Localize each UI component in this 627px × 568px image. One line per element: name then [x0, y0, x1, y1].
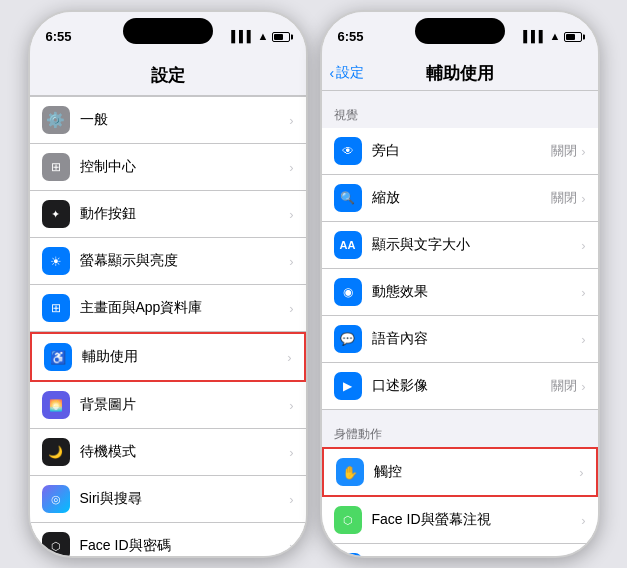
- right-item-display-text[interactable]: AA 顯示與文字大小 ›: [322, 222, 598, 269]
- siri-icon: ◎: [42, 485, 70, 513]
- display-label: 螢幕顯示與亮度: [80, 252, 290, 270]
- audiodesc-label: 口述影像: [372, 377, 552, 395]
- spoken-label: 語音內容: [372, 330, 582, 348]
- faceid-screen-label: Face ID與螢幕注視: [372, 511, 582, 529]
- faceid-screen-chevron: ›: [581, 513, 585, 528]
- voiceover-toggle: 關閉: [551, 142, 577, 160]
- settings-item-display[interactable]: ☀ 螢幕顯示與亮度 ›: [30, 238, 306, 285]
- standby-label: 待機模式: [80, 443, 290, 461]
- right-time: 6:55: [338, 29, 364, 44]
- right-status-bar: 6:55 ▌▌▌ ▲: [322, 12, 598, 60]
- settings-item-general[interactable]: ⚙️ 一般 ›: [30, 96, 306, 144]
- body-section-label: 身體動作: [334, 427, 382, 441]
- right-item-zoom[interactable]: 🔍 縮放 關閉 ›: [322, 175, 598, 222]
- general-icon: ⚙️: [42, 106, 70, 134]
- right-signal-icon: ▌▌▌: [523, 30, 546, 42]
- right-item-switch-control[interactable]: ⧉ 切換控制 關閉 ›: [322, 544, 598, 556]
- spoken-icon: 💬: [334, 325, 362, 353]
- voiceover-chevron: ›: [581, 144, 585, 159]
- back-chevron-icon: ‹: [330, 65, 335, 81]
- display-text-label: 顯示與文字大小: [372, 236, 582, 254]
- right-item-audiodesc[interactable]: ▶ 口述影像 關閉 ›: [322, 363, 598, 410]
- standby-chevron: ›: [289, 445, 293, 460]
- settings-item-accessibility[interactable]: ♿ 輔助使用 ›: [30, 332, 306, 382]
- wallpaper-icon: 🌅: [42, 391, 70, 419]
- settings-item-control[interactable]: ⊞ 控制中心 ›: [30, 144, 306, 191]
- right-item-voiceover[interactable]: 👁 旁白 關閉 ›: [322, 128, 598, 175]
- settings-item-home[interactable]: ⊞ 主畫面與App資料庫 ›: [30, 285, 306, 332]
- accessibility-icon: ♿: [44, 343, 72, 371]
- vision-section-label: 視覺: [334, 108, 358, 122]
- right-battery-icon: [564, 30, 582, 42]
- wallpaper-chevron: ›: [289, 398, 293, 413]
- battery-icon: [272, 30, 290, 42]
- home-chevron: ›: [289, 301, 293, 316]
- accessibility-label: 輔助使用: [82, 348, 288, 366]
- motion-chevron: ›: [581, 285, 585, 300]
- display-text-icon: AA: [334, 231, 362, 259]
- settings-group-main: ⚙️ 一般 › ⊞ 控制中心 › ✦ 動作按鈕 › ☀ 螢幕顯示與亮度 ›: [30, 96, 306, 556]
- signal-icon: ▌▌▌: [231, 30, 254, 42]
- zoom-toggle: 關閉: [551, 189, 577, 207]
- right-battery-shape: [564, 32, 582, 42]
- settings-item-wallpaper[interactable]: 🌅 背景圖片 ›: [30, 382, 306, 429]
- siri-chevron: ›: [289, 492, 293, 507]
- faceid-screen-icon: ⬡: [334, 506, 362, 534]
- standby-icon: 🌙: [42, 438, 70, 466]
- switch-control-icon: ⧉: [334, 553, 362, 556]
- action-icon: ✦: [42, 200, 70, 228]
- right-item-touch[interactable]: ✋ 觸控 ›: [322, 447, 598, 497]
- left-notch: [123, 18, 213, 44]
- wifi-icon: ▲: [258, 30, 269, 42]
- action-chevron: ›: [289, 207, 293, 222]
- right-status-icons: ▌▌▌ ▲: [523, 30, 581, 42]
- control-label: 控制中心: [80, 158, 290, 176]
- left-phone: 6:55 ▌▌▌ ▲ 設定 ⚙️ 一般 › ⊞ 控制中心 ›: [28, 10, 308, 558]
- general-chevron: ›: [289, 113, 293, 128]
- audiodesc-chevron: ›: [581, 379, 585, 394]
- motion-icon: ◉: [334, 278, 362, 306]
- motion-label: 動態效果: [372, 283, 582, 301]
- touch-chevron: ›: [579, 465, 583, 480]
- zoom-label: 縮放: [372, 189, 552, 207]
- right-item-motion[interactable]: ◉ 動態效果 ›: [322, 269, 598, 316]
- left-time: 6:55: [46, 29, 72, 44]
- vision-section-header: 視覺: [322, 91, 598, 128]
- wallpaper-label: 背景圖片: [80, 396, 290, 414]
- voiceover-icon: 👁: [334, 137, 362, 165]
- control-icon: ⊞: [42, 153, 70, 181]
- settings-item-siri[interactable]: ◎ Siri與搜尋 ›: [30, 476, 306, 523]
- voiceover-label: 旁白: [372, 142, 552, 160]
- zoom-icon: 🔍: [334, 184, 362, 212]
- right-phone: 6:55 ▌▌▌ ▲ ‹ 設定 輔助使用 視覺 👁 旁白 關閉 › 🔍: [320, 10, 600, 558]
- audiodesc-icon: ▶: [334, 372, 362, 400]
- home-label: 主畫面與App資料庫: [80, 299, 290, 317]
- right-item-spoken[interactable]: 💬 語音內容 ›: [322, 316, 598, 363]
- display-text-chevron: ›: [581, 238, 585, 253]
- right-settings-list: 視覺 👁 旁白 關閉 › 🔍 縮放 關閉 › AA 顯示與文字大小 › ◉ 動態…: [322, 91, 598, 556]
- display-chevron: ›: [289, 254, 293, 269]
- right-wifi-icon: ▲: [550, 30, 561, 42]
- accessibility-chevron: ›: [287, 350, 291, 365]
- left-nav-title: 設定: [30, 60, 306, 96]
- general-label: 一般: [80, 111, 290, 129]
- settings-item-action[interactable]: ✦ 動作按鈕 ›: [30, 191, 306, 238]
- back-label: 設定: [336, 64, 364, 82]
- left-status-bar: 6:55 ▌▌▌ ▲: [30, 12, 306, 60]
- right-nav-bar: ‹ 設定 輔助使用: [322, 60, 598, 91]
- right-item-faceid-screen[interactable]: ⬡ Face ID與螢幕注視 ›: [322, 497, 598, 544]
- battery-shape: [272, 32, 290, 42]
- settings-item-standby[interactable]: 🌙 待機模式 ›: [30, 429, 306, 476]
- left-status-icons: ▌▌▌ ▲: [231, 30, 289, 42]
- faceid-label: Face ID與密碼: [80, 537, 290, 555]
- settings-item-faceid[interactable]: ⬡ Face ID與密碼 ›: [30, 523, 306, 556]
- home-icon: ⊞: [42, 294, 70, 322]
- touch-icon: ✋: [336, 458, 364, 486]
- action-label: 動作按鈕: [80, 205, 290, 223]
- control-chevron: ›: [289, 160, 293, 175]
- back-button[interactable]: ‹ 設定: [330, 64, 365, 82]
- zoom-chevron: ›: [581, 191, 585, 206]
- display-icon: ☀: [42, 247, 70, 275]
- left-settings-list: ⚙️ 一般 › ⊞ 控制中心 › ✦ 動作按鈕 › ☀ 螢幕顯示與亮度 ›: [30, 96, 306, 556]
- right-nav-title: 輔助使用: [426, 62, 494, 85]
